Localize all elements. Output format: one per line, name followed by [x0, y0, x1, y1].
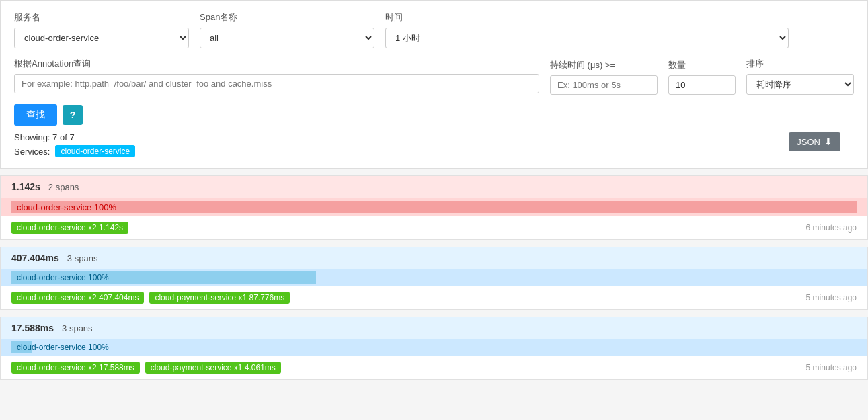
trace-bottom: cloud-order-service x2 407.404ms cloud-p…	[1, 286, 867, 309]
trace-time: 5 minutes ago	[806, 293, 857, 302]
trace-header-bar: 1.142s 2 spans	[1, 176, 867, 198]
trace-bottom: cloud-order-service x2 1.142s 6 minutes …	[1, 216, 867, 239]
service-label: 服务名	[14, 11, 189, 24]
trace-tag: cloud-payment-service x1 4.061ms	[145, 362, 281, 374]
sort-label: 排序	[746, 58, 854, 70]
download-icon: ⬇	[824, 136, 832, 147]
json-label: JSON	[797, 137, 820, 147]
count-input[interactable]	[668, 75, 736, 95]
span-select[interactable]: all	[200, 28, 374, 48]
trace-tags: cloud-order-service x2 1.142s	[11, 222, 128, 234]
trace-spans: 3 spans	[67, 253, 98, 263]
trace-spans: 3 spans	[62, 323, 93, 333]
trace-tag: cloud-payment-service x1 87.776ms	[149, 292, 290, 304]
trace-item[interactable]: 1.142s 2 spans cloud-order-service 100% …	[0, 175, 868, 240]
showing-info: Showing: 7 of 7	[14, 132, 854, 142]
top-panel: 服务名 cloud-order-service Span名称 all 时间 1 …	[0, 0, 868, 169]
action-row: 查找 ?	[14, 104, 854, 126]
span-label: Span名称	[200, 11, 374, 24]
services-label: Services:	[14, 146, 50, 157]
trace-spans: 2 spans	[48, 182, 79, 192]
annotation-input[interactable]	[14, 74, 539, 93]
help-button[interactable]: ?	[63, 105, 83, 125]
trace-service-bar: cloud-order-service 100%	[1, 339, 867, 356]
time-label: 时间	[385, 11, 789, 24]
count-label: 数量	[668, 59, 736, 71]
trace-time: 5 minutes ago	[806, 363, 857, 372]
trace-tags: cloud-order-service x2 17.588ms cloud-pa…	[11, 362, 281, 374]
service-select[interactable]: cloud-order-service	[14, 28, 189, 48]
duration-filter-group: 持续时间 (μs) >=	[550, 59, 658, 95]
trace-header-bar: 407.404ms 3 spans	[1, 247, 867, 269]
trace-tags: cloud-order-service x2 407.404ms cloud-p…	[11, 292, 290, 304]
search-button[interactable]: 查找	[14, 104, 57, 126]
trace-header-bar: 17.588ms 3 spans	[1, 317, 867, 339]
service-filter-group: 服务名 cloud-order-service	[14, 11, 189, 48]
count-filter-group: 数量	[668, 59, 736, 95]
results-meta: Showing: 7 of 7 Services: cloud-order-se…	[14, 132, 854, 157]
trace-tag: cloud-order-service x2 407.404ms	[11, 292, 144, 304]
service-badge: cloud-order-service	[55, 145, 135, 157]
trace-tag: cloud-order-service x2 1.142s	[11, 222, 128, 234]
traces-container: 1.142s 2 spans cloud-order-service 100% …	[0, 175, 868, 380]
annotation-label: 根据Annotation查询	[14, 58, 539, 70]
time-select[interactable]: 1 小时 2 小时 6 小时 12 小时 24 小时	[385, 28, 789, 48]
sort-select[interactable]: 耗时降序 耗时升序 时间降序 时间升序	[746, 74, 854, 95]
trace-duration: 1.142s	[11, 181, 40, 192]
trace-time: 6 minutes ago	[806, 223, 857, 233]
trace-bottom: cloud-order-service x2 17.588ms cloud-pa…	[1, 356, 867, 379]
sort-filter-group: 排序 耗时降序 耗时升序 时间降序 时间升序	[746, 58, 854, 95]
trace-item[interactable]: 407.404ms 3 spans cloud-order-service 10…	[0, 247, 868, 310]
trace-duration: 407.404ms	[11, 253, 59, 263]
annotation-filter-group: 根据Annotation查询	[14, 58, 539, 93]
trace-service-bar: cloud-order-service 100%	[1, 198, 867, 216]
duration-label: 持续时间 (μs) >=	[550, 59, 658, 71]
trace-tag: cloud-order-service x2 17.588ms	[11, 362, 140, 374]
services-info: Services: cloud-order-service	[14, 145, 854, 157]
trace-service-bar: cloud-order-service 100%	[1, 269, 867, 286]
results-header: Showing: 7 of 7 Services: cloud-order-se…	[14, 132, 854, 157]
json-button[interactable]: JSON ⬇	[789, 132, 840, 151]
duration-input[interactable]	[550, 75, 658, 95]
trace-item[interactable]: 17.588ms 3 spans cloud-order-service 100…	[0, 317, 868, 380]
trace-duration: 17.588ms	[11, 323, 54, 333]
span-filter-group: Span名称 all	[200, 11, 374, 48]
time-filter-group: 时间 1 小时 2 小时 6 小时 12 小时 24 小时	[385, 11, 789, 48]
